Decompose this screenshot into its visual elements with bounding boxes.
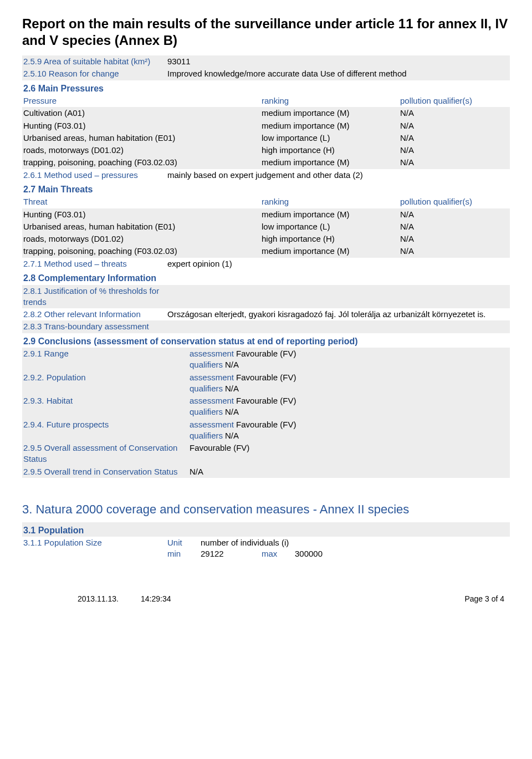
threats-header: Threat ranking pollution qualifier(s) [22,196,510,208]
qualifiers-label: qualifiers [190,406,223,417]
field-2-8-2: 2.8.2 Other relevant Information Országo… [22,308,510,320]
table-row: trapping, poisoning, poaching (F03.02.03… [22,156,510,169]
field-label: 2.5.10 Reason for change [23,68,167,79]
cell: medium importance (M) [262,246,400,257]
field-value: assessmentFavourable (FV) qualifiersN/A [190,348,509,371]
cell: medium importance (M) [262,157,400,168]
field-value: Improved knowledge/more accurate data Us… [167,68,509,79]
cell: Hunting (F03.01) [23,120,262,131]
table-row: trapping, poisoning, poaching (F03.02.03… [22,245,510,257]
section-2-6: 2.6 Main Pressures [22,80,510,95]
field-value: assessmentFavourable (FV) qualifiersN/A [190,419,509,442]
qualifiers-value: N/A [225,383,239,394]
footer-page: Page 3 of 4 [464,594,504,604]
cell: Urbanised areas, human habitation (E01) [23,133,262,144]
cell: high importance (H) [262,145,400,156]
page-footer: 2013.11.13. 14:29:34 Page 3 of 4 [22,594,510,604]
qualifiers-value: N/A [225,359,239,370]
field-value: expert opinion (1) [167,258,509,269]
field-label: 2.9.3. Habitat [23,395,190,406]
section-3: 3. Natura 2000 coverage and conservation… [22,501,510,518]
field-label: 2.6.1 Method used – pressures [23,170,167,181]
col-pollution-qualifier: pollution qualifier(s) [400,196,509,207]
cell: N/A [400,233,509,244]
field-value: Favourable (FV) [190,442,509,454]
cell: N/A [400,120,509,131]
field-3-1-1: 3.1.1 Population Size Unit number of ind… [22,537,510,561]
cell: N/A [400,221,509,232]
assessment-label: assessment [190,419,234,430]
field-2-7-1: 2.7.1 Method used – threats expert opini… [22,258,510,270]
field-label: 2.9.1 Range [23,348,190,359]
cell: Urbanised areas, human habitation (E01) [23,221,262,232]
field-label: 2.8.3 Trans-boundary assessment [23,321,167,332]
assessment-label: assessment [190,372,234,383]
field-label: 2.9.2. Population [23,372,190,383]
section-2-9: 2.9 Conclusions (assessment of conservat… [22,333,510,348]
cell: Hunting (F03.01) [23,209,262,220]
table-row: roads, motorways (D01.02) high importanc… [22,144,510,156]
field-label: 2.5.9 Area of suitable habitat (km²) [23,56,167,67]
field-label: 2.9.5 Overall assessment of Conservation… [23,442,190,465]
col-pressure: Pressure [23,95,262,106]
max-value: 300000 [295,548,356,559]
field-label: 2.8.2 Other relevant Information [23,309,167,320]
field-value: 93011 [167,56,509,67]
table-row: roads, motorways (D01.02) high importanc… [22,233,510,245]
field-2-9-5-overall-assessment: 2.9.5 Overall assessment of Conservation… [22,442,510,466]
section-2-8: 2.8 Complementary Information [22,270,510,285]
cell: medium importance (M) [262,120,400,131]
cell: N/A [400,246,509,257]
cell: low importance (L) [262,221,400,232]
assessment-value: Favourable (FV) [236,348,296,359]
unit-value: number of individuals (i) [201,537,289,548]
cell: roads, motorways (D01.02) [23,145,262,156]
field-2-8-3: 2.8.3 Trans-boundary assessment [22,320,510,333]
qualifiers-label: qualifiers [190,430,223,441]
field-label: 2.9.4. Future prospects [23,419,190,430]
field-label: 2.8.1 Justification of % thresholds for … [23,286,167,308]
cell: trapping, poisoning, poaching (F03.02.03… [23,157,262,168]
field-2-5-9: 2.5.9 Area of suitable habitat (km²) 930… [22,55,510,68]
field-2-9-3: 2.9.3. Habitat assessmentFavourable (FV)… [22,395,510,419]
field-label: 3.1.1 Population Size [23,537,167,560]
field-value: assessmentFavourable (FV) qualifiersN/A [190,395,509,418]
field-2-6-1: 2.6.1 Method used – pressures mainly bas… [22,169,510,181]
cell: N/A [400,108,509,119]
col-ranking: ranking [262,196,400,207]
footer-date: 2013.11.13. [78,594,119,604]
table-row: Cultivation (A01) medium importance (M) … [22,107,510,119]
cell: medium importance (M) [262,209,400,220]
assessment-value: Favourable (FV) [236,372,296,383]
table-row: Urbanised areas, human habitation (E01) … [22,132,510,144]
col-ranking: ranking [262,95,400,106]
field-2-8-1: 2.8.1 Justification of % thresholds for … [22,285,510,309]
assessment-value: Favourable (FV) [236,395,296,406]
table-row: Hunting (F03.01) medium importance (M) N… [22,208,510,221]
field-value: Országosan elterjedt, gyakori kisragadoz… [167,309,509,320]
cell: N/A [400,145,509,156]
section-2-7: 2.7 Main Threats [22,181,510,196]
page-title: Report on the main results of the survei… [22,16,510,49]
min-value: 29122 [201,548,262,559]
cell: low importance (L) [262,133,400,144]
cell: N/A [400,133,509,144]
cell: high importance (H) [262,233,400,244]
qualifiers-value: N/A [225,430,239,441]
field-label: 2.7.1 Method used – threats [23,258,167,269]
qualifiers-label: qualifiers [190,359,223,370]
field-value: mainly based on expert judgement and oth… [167,170,509,181]
cell: Cultivation (A01) [23,108,262,119]
field-value: assessmentFavourable (FV) qualifiersN/A [190,372,509,395]
field-2-9-1: 2.9.1 Range assessmentFavourable (FV) qu… [22,348,510,371]
footer-time: 14:29:34 [141,594,171,604]
col-pollution-qualifier: pollution qualifier(s) [400,95,509,106]
assessment-value: Favourable (FV) [236,419,296,430]
qualifiers-label: qualifiers [190,383,223,394]
field-2-9-2: 2.9.2. Population assessmentFavourable (… [22,371,510,395]
max-label: max [262,548,295,559]
cell: medium importance (M) [262,108,400,119]
unit-label: Unit [167,537,201,548]
pressures-header: Pressure ranking pollution qualifier(s) [22,95,510,107]
col-threat: Threat [23,196,262,207]
